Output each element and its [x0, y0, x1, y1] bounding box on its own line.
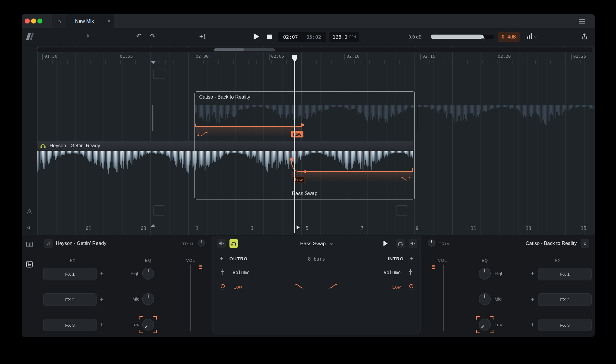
quantize-note-icon[interactable]: ♪ [86, 32, 89, 39]
playhead-line[interactable] [294, 56, 295, 233]
fx-slot[interactable]: FX 2 [43, 293, 97, 306]
cue-right-button[interactable] [396, 239, 405, 248]
eq-band-label: Low [494, 322, 502, 327]
left-eq-label: EQ [145, 258, 151, 262]
ruler-time-label: 02:25 [571, 54, 586, 60]
mixer-panel: ♫ Heyson - Gettin' Ready TRIM FX FX 1 + … [22, 236, 595, 337]
loop-marker-up[interactable] [151, 224, 156, 227]
low-row-label[interactable]: Low [362, 284, 401, 290]
traffic-zoom-button[interactable] [37, 18, 42, 23]
fade-out-curve-icon[interactable] [295, 283, 304, 291]
left-volume-fader[interactable] [190, 265, 191, 331]
master-volume-slider[interactable] [431, 35, 494, 39]
tab-new-mix[interactable]: New Mix × [66, 14, 114, 28]
transition-panel: Bass Swap + OUTRO 8 bars INTRO + [212, 236, 421, 335]
add-fx-button[interactable]: + [529, 321, 537, 329]
right-eq-high-knob[interactable] [479, 268, 491, 280]
ruler-time-label: 02:00 [194, 54, 209, 60]
left-eq-low-knob[interactable] [142, 319, 154, 331]
follow-playhead-icon[interactable] [199, 33, 206, 40]
scrollbar-thumb[interactable] [214, 48, 275, 51]
mixer-view-icon[interactable] [26, 261, 33, 269]
right-deck-title: Catiso - Back to Reality [485, 241, 577, 246]
ruler-time-label: 02:10 [344, 54, 359, 60]
mute-right-button[interactable] [408, 239, 417, 248]
eq-band-label: Mid [123, 297, 140, 301]
volume-row-label[interactable]: Volume [362, 270, 401, 275]
add-fx-button[interactable]: + [98, 270, 106, 278]
transition-selector[interactable]: Bass Swap [212, 241, 421, 247]
tab-close-icon[interactable]: × [107, 18, 110, 24]
right-eq-low-knob[interactable] [479, 319, 491, 331]
add-fx-button[interactable]: + [529, 270, 537, 278]
time-divider: | [300, 34, 303, 40]
track-note-icon: ♫ [581, 239, 589, 248]
timeline-scrollbar[interactable] [37, 47, 593, 52]
right-trim-knob[interactable] [428, 240, 435, 247]
add-fx-button[interactable]: + [98, 296, 106, 304]
eq-band-label: High [123, 271, 140, 276]
automation-param-chip[interactable]: Low [291, 131, 303, 137]
time-display: 02:07 | 05:02 [278, 32, 326, 42]
headphones-icon [40, 143, 46, 148]
right-eq-mid-knob[interactable] [479, 293, 491, 305]
redo-button[interactable]: ↷ [150, 32, 156, 40]
bar-number: 11 [471, 226, 476, 231]
fx-slot[interactable]: FX 1 [43, 268, 97, 280]
add-fx-button[interactable]: + [529, 296, 537, 304]
bpm-unit: BPM [349, 35, 356, 39]
automation-focus-brackets [140, 316, 157, 333]
left-eq-high-knob[interactable] [142, 268, 154, 280]
intro-label: INTRO [388, 256, 404, 261]
export-icon[interactable] [581, 33, 588, 40]
fx-slot[interactable]: FX 1 [538, 268, 592, 280]
slider-thumb[interactable] [480, 35, 485, 38]
metronome-icon[interactable] [26, 208, 32, 216]
extend-intro-button[interactable]: + [408, 255, 416, 263]
tab-bar: ⌂ New Mix × [22, 14, 595, 28]
stop-button[interactable] [267, 35, 272, 39]
timeline[interactable]: 01:50 01:55 02:00 02:05 02:10 02:15 02:2… [22, 46, 595, 236]
menu-button[interactable] [579, 19, 585, 25]
fx-slot[interactable]: FX 2 [538, 293, 592, 306]
clip-indicator-ticks [432, 265, 435, 270]
home-tab[interactable]: ⌂ [52, 14, 66, 28]
preview-play-button[interactable] [383, 241, 388, 246]
transition-name-label: Bass Swap [195, 190, 415, 196]
library-icon[interactable] [26, 241, 33, 249]
app-window: ⌂ New Mix × ♪ ↶ ↷ 02:07 | [22, 14, 595, 337]
playhead-direction-icon [297, 225, 300, 229]
meter-icon[interactable] [527, 33, 537, 39]
left-eq-mid-knob[interactable] [142, 293, 154, 305]
zoom-indicator[interactable]: ·1 [27, 225, 31, 230]
fx-slot[interactable]: FX 3 [538, 319, 592, 332]
right-trim-label: TRIM [439, 242, 450, 246]
fx-slot[interactable]: FX 3 [43, 319, 97, 332]
bpm-display[interactable]: 128.0 BPM [329, 32, 359, 42]
track-note-icon: ♫ [44, 239, 53, 248]
undo-button[interactable]: ↶ [136, 32, 142, 40]
traffic-minimize-button[interactable] [31, 18, 36, 23]
left-trim-knob[interactable] [198, 240, 205, 247]
left-trim-label: TRIM [182, 242, 193, 246]
screen: ⌂ New Mix × ♪ ↶ ↷ 02:07 | [0, 0, 616, 364]
ruler-minor-ticks [37, 60, 595, 63]
low-row-label[interactable]: Low [233, 284, 242, 290]
fade-in-curve-icon[interactable] [328, 283, 338, 291]
right-volume-fader[interactable] [443, 265, 444, 331]
time-current: 02:07 [283, 34, 298, 40]
fader-mini-icon [221, 269, 225, 277]
add-fx-button[interactable]: + [98, 321, 106, 329]
slider-fill [431, 35, 482, 39]
traffic-close-button[interactable] [25, 18, 30, 23]
transition-selection-box[interactable] [195, 91, 415, 199]
time-total: 05:02 [306, 34, 321, 40]
knob-mini-icon [220, 283, 225, 291]
left-fx-label: FX [70, 258, 75, 262]
volume-row-label[interactable]: Volume [233, 270, 250, 275]
chevron-down-icon [330, 242, 333, 245]
autogain-badge[interactable]: 0.4dB [498, 32, 520, 42]
play-button[interactable] [254, 33, 259, 40]
loop-marker-down[interactable] [151, 61, 156, 64]
clip-indicator-ticks [199, 265, 202, 270]
